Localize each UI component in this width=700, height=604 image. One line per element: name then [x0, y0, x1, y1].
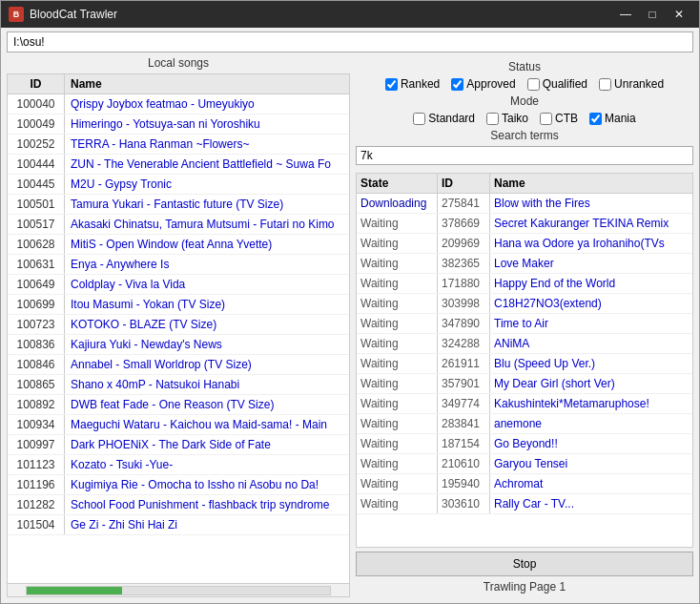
taiko-checkbox-label[interactable]: Taiko [486, 112, 528, 125]
queue-row[interactable]: Waiting 347890 Time to Air [357, 314, 692, 334]
song-id: 101123 [8, 455, 65, 474]
local-songs-title: Local songs [7, 56, 350, 70]
table-row[interactable]: 100628 MitiS - Open Window (feat Anna Yv… [8, 235, 349, 255]
ctb-checkbox-label[interactable]: CTB [540, 112, 578, 125]
table-row[interactable]: 100501 Tamura Yukari - Fantastic future … [8, 195, 349, 215]
song-id: 101504 [8, 515, 65, 534]
song-name: School Food Punishment - flashback trip … [65, 495, 349, 514]
song-id: 100628 [8, 235, 65, 254]
queue-name: Secret Kakuranger TEKINA Remix [490, 214, 692, 233]
queue-name: Go Beyond!! [490, 434, 692, 453]
standard-checkbox[interactable] [413, 113, 425, 125]
song-id: 100252 [8, 135, 65, 154]
song-name: Kugimiya Rie - Omocha to Issho ni Asobu … [65, 475, 349, 494]
state-column-header: State [357, 174, 438, 193]
maximize-button[interactable]: □ [640, 5, 665, 24]
stop-button[interactable]: Stop [356, 552, 693, 576]
queue-row[interactable]: Waiting 195940 Achromat [357, 474, 692, 494]
qualified-checkbox[interactable] [527, 78, 540, 91]
table-row[interactable]: 100723 KOTOKO - BLAZE (TV Size) [8, 315, 349, 335]
table-row[interactable]: 100934 Maeguchi Wataru - Kaichou wa Maid… [8, 415, 349, 435]
unranked-checkbox[interactable] [599, 78, 611, 91]
queue-id: 347890 [438, 314, 490, 333]
table-row[interactable]: 100836 Kajiura Yuki - Newday's News [8, 335, 349, 355]
queue-id: 324288 [438, 334, 490, 353]
ctb-label: CTB [555, 112, 578, 125]
song-id: 100846 [8, 355, 65, 374]
table-row[interactable]: 100049 Himeringo - Yotsuya-san ni Yorosh… [8, 115, 349, 135]
ranked-checkbox-label[interactable]: Ranked [385, 77, 440, 91]
queue-row[interactable]: Waiting 382365 Love Maker [357, 254, 692, 274]
table-row[interactable]: 100997 Dark PHOENiX - The Dark Side of F… [8, 435, 349, 455]
queue-id: 171880 [438, 274, 490, 293]
queue-state: Waiting [357, 234, 438, 253]
scroll-thumb[interactable] [27, 587, 122, 594]
table-row[interactable]: 100445 M2U - Gypsy Tronic [8, 175, 349, 195]
queue-row[interactable]: Downloading 275841 Blow with the Fires [357, 194, 692, 214]
queue-state: Waiting [357, 294, 438, 313]
queue-row[interactable]: Waiting 303610 Rally Car - TV... [357, 494, 692, 514]
close-button[interactable]: ✕ [667, 5, 691, 24]
mode-title: Mode [356, 94, 693, 108]
local-songs-body: 100040 Qrispy Joybox featmao - Umeyukiyo… [8, 94, 349, 583]
table-row[interactable]: 100631 Enya - Anywhere Is [8, 255, 349, 275]
approved-checkbox-label[interactable]: Approved [451, 77, 515, 91]
title-bar: B BloodCat Trawler — □ ✕ [1, 1, 699, 28]
search-input[interactable] [356, 146, 693, 165]
queue-row[interactable]: Waiting 283841 anemone [357, 414, 692, 434]
scroll-track[interactable] [26, 586, 331, 595]
status-section: Status Ranked Approved Qualified [356, 56, 693, 173]
ranked-checkbox[interactable] [385, 78, 398, 91]
table-row[interactable]: 100252 TERRA - Hana Ranman ~Flowers~ [8, 135, 349, 155]
queue-id: 283841 [438, 414, 490, 433]
queue-state: Downloading [357, 194, 438, 213]
table-row[interactable]: 101504 Ge Zi - Zhi Shi Hai Zi [8, 515, 349, 535]
approved-checkbox[interactable] [451, 78, 463, 91]
table-row[interactable]: 100517 Akasaki Chinatsu, Tamura Mutsumi … [8, 215, 349, 235]
table-row[interactable]: 101123 Kozato - Tsuki -Yue- [8, 455, 349, 475]
queue-state: Waiting [357, 494, 438, 513]
queue-row[interactable]: Waiting 210610 Garyou Tensei [357, 454, 692, 474]
song-id: 100892 [8, 395, 65, 414]
queue-table: State ID Name Downloading 275841 Blow wi… [356, 173, 693, 548]
table-row[interactable]: 100649 Coldplay - Viva la Vida [8, 275, 349, 295]
queue-row[interactable]: Waiting 324288 ANiMA [357, 334, 692, 354]
queue-state: Waiting [357, 434, 438, 453]
table-row[interactable]: 101282 School Food Punishment - flashbac… [8, 495, 349, 515]
queue-id: 349774 [438, 394, 490, 413]
standard-checkbox-label[interactable]: Standard [413, 112, 475, 125]
queue-row[interactable]: Waiting 171880 Happy End of the World [357, 274, 692, 294]
table-row[interactable]: 100699 Itou Masumi - Yokan (TV Size) [8, 295, 349, 315]
table-row[interactable]: 100846 Annabel - Small Worldrop (TV Size… [8, 355, 349, 375]
table-row[interactable]: 100444 ZUN - The Venerable Ancient Battl… [8, 155, 349, 175]
queue-state: Waiting [357, 394, 438, 413]
mania-checkbox-label[interactable]: Mania [589, 112, 636, 125]
ctb-checkbox[interactable] [540, 113, 552, 125]
queue-row[interactable]: Waiting 261911 Blu (Speed Up Ver.) [357, 354, 692, 374]
qualified-checkbox-label[interactable]: Qualified [527, 77, 587, 91]
scroll-indicator[interactable] [8, 583, 349, 596]
table-row[interactable]: 100892 DWB feat Fade - One Reason (TV Si… [8, 395, 349, 415]
queue-row[interactable]: Waiting 303998 C18H27NO3(extend) [357, 294, 692, 314]
queue-row[interactable]: Waiting 357901 My Dear Girl (short Ver) [357, 374, 692, 394]
queue-row[interactable]: Waiting 378669 Secret Kakuranger TEKINA … [357, 214, 692, 234]
mania-checkbox[interactable] [589, 113, 602, 125]
queue-row[interactable]: Waiting 187154 Go Beyond!! [357, 434, 692, 454]
song-name: Himeringo - Yotsuya-san ni Yoroshiku [65, 115, 349, 134]
song-id: 101282 [8, 495, 65, 514]
right-panel-inner: Status Ranked Approved Qualified [356, 56, 693, 597]
taiko-label: Taiko [502, 112, 528, 125]
table-row[interactable]: 100040 Qrispy Joybox featmao - Umeyukiyo [8, 94, 349, 115]
unranked-checkbox-label[interactable]: Unranked [599, 77, 664, 91]
song-id: 100699 [8, 295, 65, 314]
song-id: 100517 [8, 215, 65, 234]
table-row[interactable]: 100865 Shano x 40mP - Natsukoi Hanabi [8, 375, 349, 395]
taiko-checkbox[interactable] [486, 113, 499, 125]
table-row[interactable]: 101196 Kugimiya Rie - Omocha to Issho ni… [8, 475, 349, 495]
queue-state: Waiting [357, 374, 438, 393]
queue-row[interactable]: Waiting 349774 Kakushinteki*Metamaruphos… [357, 394, 692, 414]
queue-row[interactable]: Waiting 209969 Hana wa Odore ya Irohanih… [357, 234, 692, 254]
mode-checkboxes: Standard Taiko CTB Mania [356, 112, 693, 125]
song-name: Tamura Yukari - Fantastic future (TV Siz… [65, 195, 349, 214]
minimize-button[interactable]: — [613, 5, 638, 24]
